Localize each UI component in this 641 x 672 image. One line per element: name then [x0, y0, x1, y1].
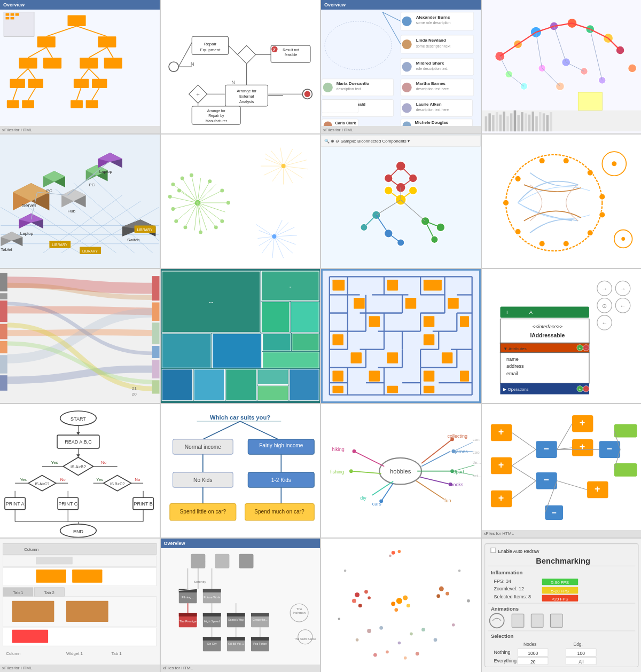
svg-text:Analysis: Analysis: [239, 99, 254, 104]
svg-text:1000: 1000: [528, 651, 538, 656]
svg-point-282: [409, 186, 417, 195]
svg-rect-349: [290, 369, 319, 401]
svg-text:→: →: [601, 286, 607, 292]
svg-text:Sin City: Sin City: [207, 642, 217, 645]
svg-text:Create the...: Create the...: [252, 618, 267, 621]
svg-text:Martha Barnes: Martha Barnes: [416, 81, 446, 86]
svg-line-265: [262, 236, 274, 253]
svg-line-154: [509, 74, 523, 86]
svg-text:Everything: Everything: [494, 658, 517, 663]
svg-text:5-20 FPS: 5-20 FPS: [551, 589, 568, 594]
overview-label-1: Overview: [3, 2, 25, 7]
svg-point-309: [587, 170, 593, 176]
svg-point-232: [177, 189, 181, 193]
svg-text:Santio's Way: Santio's Way: [228, 618, 244, 621]
svg-text:fishing: fishing: [330, 469, 344, 475]
overview-bar-3: Overview: [321, 0, 481, 10]
svg-point-305: [503, 200, 509, 205]
xfiles-label-16: xFiles for HTML: [484, 531, 514, 536]
svg-text:IS A>B?: IS A>B?: [71, 464, 86, 469]
svg-rect-8: [98, 36, 116, 47]
svg-text:+: +: [579, 346, 581, 351]
svg-rect-413: [332, 371, 343, 382]
svg-text:Zoomlevel: 12: Zoomlevel: 12: [494, 586, 524, 591]
svg-point-281: [384, 186, 393, 195]
svg-point-680: [458, 570, 461, 572]
svg-text:IS B>C?: IS B>C?: [110, 481, 124, 486]
svg-text:N: N: [231, 80, 235, 85]
svg-text:+: +: [595, 484, 600, 494]
sankey-svg: 21 20: [0, 269, 160, 402]
svg-text:-: -: [585, 387, 587, 392]
svg-rect-399: [332, 280, 345, 290]
svg-point-663: [445, 592, 449, 596]
column-svg: Column Tab 1 Tab 2 Column Widget 1 Tab 1: [0, 539, 160, 672]
svg-text:Arrange for: Arrange for: [237, 89, 256, 93]
svg-text:Spend much on car?: Spend much on car?: [254, 508, 304, 514]
svg-rect-414: [369, 371, 380, 382]
svg-rect-321: [0, 294, 7, 299]
svg-rect-682: [490, 548, 495, 552]
svg-point-543: [451, 449, 455, 453]
svg-rect-124: [546, 115, 549, 131]
overview-label-18: Overview: [164, 541, 185, 546]
svg-line-253: [283, 166, 303, 178]
people-svg: Alexander Burns some role description Li…: [321, 0, 481, 133]
svg-point-311: [599, 212, 605, 218]
overview-bar-18: Overview: [161, 539, 320, 548]
svg-point-85: [323, 83, 333, 92]
svg-text:hiking: hiking: [332, 447, 345, 452]
svg-line-498: [240, 421, 278, 439]
svg-line-271: [274, 227, 294, 236]
svg-rect-110: [495, 112, 498, 131]
svg-line-574: [512, 465, 536, 480]
svg-point-670: [434, 638, 437, 642]
svg-rect-624: [251, 613, 269, 616]
svg-line-256: [272, 166, 283, 181]
svg-text:hobbies: hobbies: [390, 468, 411, 475]
svg-line-572: [512, 432, 536, 449]
svg-rect-410: [351, 353, 362, 363]
svg-text:✗: ✗: [272, 48, 276, 52]
svg-point-231: [171, 183, 175, 186]
svg-line-221: [197, 203, 215, 227]
svg-rect-121: [535, 116, 538, 131]
svg-text:20: 20: [132, 392, 137, 397]
svg-line-29: [13, 88, 17, 100]
svg-line-525: [416, 480, 444, 499]
svg-point-656: [358, 604, 362, 607]
svg-point-652: [355, 592, 359, 597]
bench-svg: Enable Auto Redraw Benchmarking Inflamma…: [482, 539, 642, 672]
svg-text:−: −: [551, 508, 556, 517]
footer-bar-16: xFiles for HTML: [482, 530, 642, 537]
svg-line-527: [381, 483, 394, 501]
svg-line-266: [272, 236, 273, 258]
svg-point-77: [402, 62, 412, 72]
svg-rect-118: [524, 113, 527, 131]
svg-point-312: [587, 230, 593, 236]
decision-svg: Which car suits you? Normal income Fairl…: [161, 404, 320, 537]
svg-text:Column: Column: [6, 651, 20, 656]
svg-line-531: [354, 451, 384, 466]
svg-text:The: The: [296, 606, 302, 610]
svg-rect-113: [506, 116, 509, 131]
svg-point-664: [436, 594, 440, 598]
svg-line-573: [512, 449, 536, 465]
svg-line-297: [376, 200, 401, 215]
svg-rect-595: [12, 600, 54, 621]
svg-rect-116: [517, 115, 520, 131]
svg-rect-700: [531, 614, 543, 627]
cell-benchmarking: Enable Auto Redraw Benchmarking Inflamma…: [482, 539, 642, 672]
svg-rect-7: [37, 36, 56, 47]
svg-text:1-2 Kids: 1-2 Kids: [271, 477, 291, 483]
svg-rect-346: [225, 369, 256, 401]
svg-text:Spend little on car?: Spend little on car?: [179, 508, 226, 514]
footer-bar-3: xFiles for HTML: [321, 126, 481, 133]
svg-text:some role description: some role description: [416, 21, 451, 25]
svg-rect-330: [152, 346, 160, 358]
svg-line-217: [185, 203, 197, 227]
svg-text:email: email: [506, 371, 518, 377]
xfiles-label-17: xFiles for HTML: [2, 666, 32, 670]
svg-line-270: [274, 235, 296, 236]
cell-star-graph: [161, 135, 320, 268]
